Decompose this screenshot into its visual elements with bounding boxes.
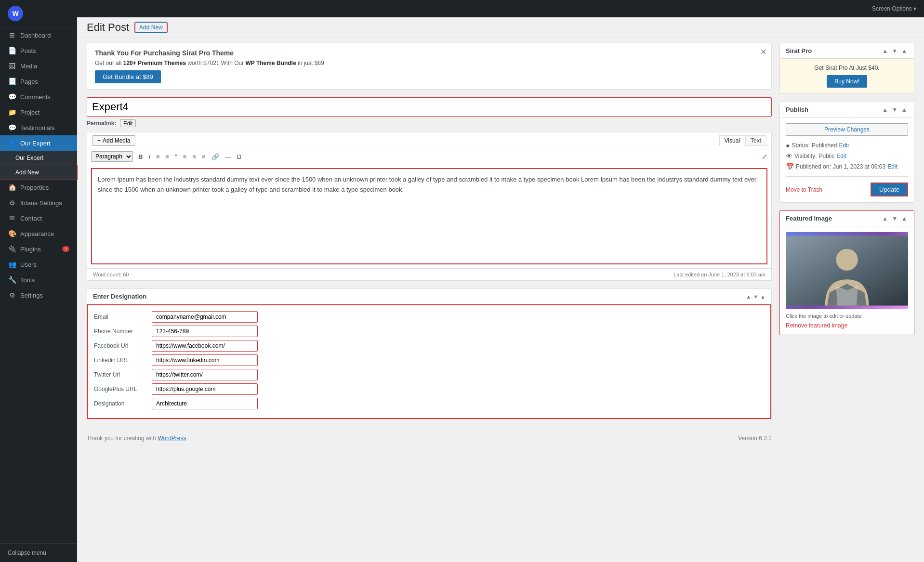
sidebar-item-posts[interactable]: 📄 Posts (0, 43, 77, 58)
status-icon: ● (786, 142, 790, 149)
desig-input-facebook[interactable] (152, 340, 258, 352)
sidebar-item-plugins[interactable]: 🔌 Plugins 3 (0, 241, 77, 257)
sidebar-item-label: Our Expert (20, 140, 51, 147)
topbar: Screen Options ▾ (77, 0, 924, 17)
comments-icon: 💬 (8, 93, 16, 101)
blockquote-button[interactable]: " (172, 152, 180, 162)
link-button[interactable]: 🔗 (209, 152, 222, 162)
designation-section-title: Enter Designation (93, 293, 146, 300)
trash-link[interactable]: Move to Trash (786, 186, 822, 193)
featured-image-content: Click the image to edit or update Remove… (780, 226, 914, 335)
add-media-icon: + (97, 137, 101, 144)
visibility-edit-link[interactable]: Edit (836, 153, 846, 159)
status-edit-link[interactable]: Edit (839, 142, 849, 149)
publish-down-button[interactable]: ▼ (891, 106, 898, 113)
post-title-input[interactable] (87, 97, 772, 117)
bold-button[interactable]: B (136, 152, 145, 162)
sidebar-item-label: Appearance (20, 230, 54, 237)
add-new-button[interactable]: Add New (135, 22, 167, 33)
featured-image-thumbnail[interactable] (786, 232, 908, 309)
permalink-edit-button[interactable]: Edit (120, 119, 136, 127)
add-media-button[interactable]: + Add Media (92, 135, 135, 146)
screen-options-button[interactable]: Screen Options ▾ (872, 5, 916, 12)
special-char-button[interactable]: Ω (235, 152, 244, 162)
update-button[interactable]: Update (871, 183, 908, 196)
sidebar-item-project[interactable]: 📁 Project (0, 105, 77, 120)
section-up-button[interactable]: ▲ (746, 294, 751, 300)
visibility-label: Visibility: (794, 153, 817, 159)
numbered-list-button[interactable]: ≡ (163, 152, 172, 162)
visibility-icon: 👁 (786, 152, 792, 160)
desig-input-phone[interactable] (152, 326, 258, 337)
more-button[interactable]: — (223, 152, 234, 162)
main-area: Screen Options ▾ Edit Post Add New Thank… (77, 0, 924, 562)
editor-footer: Word count: 60 Last edited on June 1, 20… (87, 268, 771, 280)
desig-label-designation: Designation (94, 400, 152, 407)
promo-title: Thank You For Purchasing Sirat Pro Theme (95, 49, 764, 57)
sidebar-item-testimonials[interactable]: 💬 Testimonials (0, 120, 77, 135)
fi-collapse-button[interactable]: ▲ (900, 215, 908, 222)
screen-options-label: Screen Options ▾ (872, 5, 916, 12)
remove-featured-image-link[interactable]: Remove featured image (786, 322, 847, 329)
buy-now-button[interactable]: Buy Now! (827, 75, 867, 88)
publish-box: Publish ▲ ▼ ▲ Preview Changes ● Status: … (779, 102, 914, 203)
published-value: Jun 1, 2023 at 06:03 (833, 163, 885, 170)
sirat-pro-collapse-button[interactable]: ▲ (900, 48, 908, 54)
visual-tab[interactable]: Visual (719, 135, 745, 146)
sirat-pro-up-button[interactable]: ▲ (881, 48, 889, 54)
sidebar-item-pages[interactable]: 📃 Pages (0, 74, 77, 89)
bullet-list-button[interactable]: ≡ (154, 152, 162, 162)
desig-input-email[interactable] (152, 311, 258, 323)
publish-content: Preview Changes ● Status: Published Edit… (780, 118, 914, 202)
sidebar-item-properties[interactable]: 🏠 Properties (0, 180, 77, 195)
published-edit-link[interactable]: Edit (887, 163, 898, 170)
sirat-pro-box: Sirat Pro ▲ ▼ ▲ Get Sirat Pro At Just $4… (779, 43, 914, 94)
publish-up-button[interactable]: ▲ (881, 106, 889, 113)
desig-input-twitter[interactable] (152, 369, 258, 380)
sidebar-item-users[interactable]: 👥 Users (0, 257, 77, 272)
fi-down-button[interactable]: ▼ (891, 215, 898, 222)
visual-text-tabs: Visual Text (719, 135, 766, 146)
align-right-button[interactable]: ≡ (199, 152, 208, 162)
sidebar-item-contact[interactable]: ✉ Contact (0, 210, 77, 226)
sidebar-item-label: Dashboard (20, 32, 51, 39)
publish-collapse-button[interactable]: ▲ (900, 106, 908, 113)
promo-cta-button[interactable]: Get Bundle at $89 (95, 70, 161, 83)
sidebar-item-settings[interactable]: ⚙ Settings (0, 288, 77, 303)
main-column: Thank You For Purchasing Sirat Pro Theme… (87, 43, 772, 445)
desig-input-linkedin[interactable] (152, 354, 258, 366)
italic-button[interactable]: I (146, 152, 153, 162)
paragraph-select[interactable]: Paragraph (91, 151, 133, 162)
expand-editor-button[interactable]: ⤢ (762, 153, 767, 160)
publish-visibility-row: 👁 Visibility: Public Edit (786, 152, 908, 160)
editor-content[interactable]: Lorem Ipsum has been the industrys stand… (91, 168, 767, 264)
align-center-button[interactable]: ≡ (190, 152, 198, 162)
sidebar-item-tools[interactable]: 🔧 Tools (0, 272, 77, 288)
sidebar-subitem-add-new[interactable]: Add New (0, 165, 77, 180)
wordpress-link[interactable]: WordPress (158, 435, 186, 442)
desig-input-designation[interactable] (152, 398, 258, 409)
desig-input-googleplus[interactable] (152, 383, 258, 395)
sidebar-item-media[interactable]: 🖼 Media (0, 58, 77, 74)
collapse-menu[interactable]: Collapse menu (0, 543, 77, 562)
text-tab[interactable]: Text (745, 135, 766, 146)
sidebar-subitem-our-expert[interactable]: Our Expert (0, 151, 77, 165)
sidebar-item-dashboard[interactable]: ⊞ Dashboard (0, 27, 77, 43)
section-collapse-button[interactable]: ▲ (760, 294, 766, 300)
sirat-pro-title: Sirat Pro (786, 47, 812, 54)
sidebar-item-label: Ibtana Settings (20, 199, 62, 207)
section-down-button[interactable]: ▼ (753, 294, 758, 300)
fi-up-button[interactable]: ▲ (881, 215, 889, 222)
sidebar-item-appearance[interactable]: 🎨 Appearance (0, 226, 77, 241)
sidebar-item-ibtana[interactable]: ⚙ Ibtana Settings (0, 195, 77, 210)
sidebar-subitem-label: Add New (15, 169, 39, 176)
sirat-pro-promo-text: Get Sirat Pro At Just $40. (786, 65, 908, 71)
preview-changes-button[interactable]: Preview Changes (786, 123, 908, 136)
align-left-button[interactable]: ≡ (181, 152, 189, 162)
promo-close-button[interactable]: ✕ (760, 47, 766, 56)
sidebar-item-label: Tools (20, 276, 35, 284)
sirat-pro-down-button[interactable]: ▼ (891, 48, 898, 54)
sidebar-item-comments[interactable]: 💬 Comments (0, 89, 77, 105)
sidebar-item-our-expert[interactable]: 👤 Our Expert (0, 135, 77, 151)
calendar-icon: 📅 (786, 163, 794, 170)
